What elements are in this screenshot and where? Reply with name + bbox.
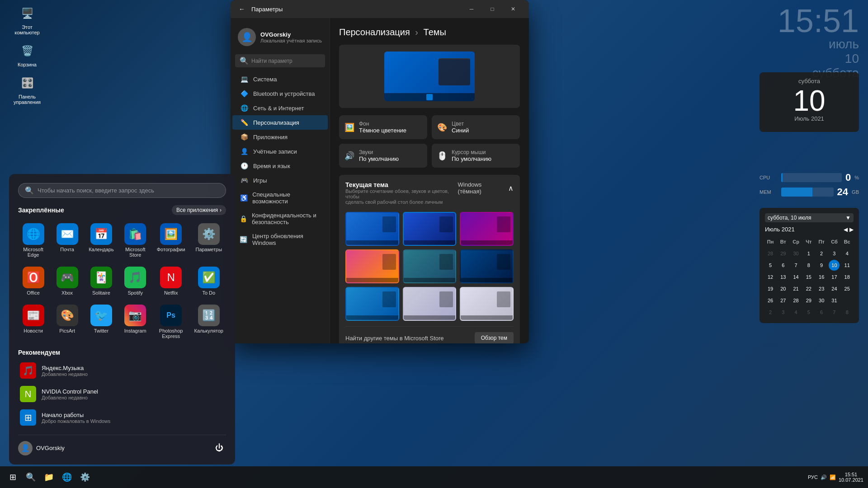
cal-day[interactable]: 14 xyxy=(791,272,802,282)
back-button[interactable]: ← xyxy=(236,4,248,14)
start-user-info[interactable]: 👤 OVGorskiy xyxy=(18,441,65,455)
cal-day[interactable]: 27 xyxy=(778,295,788,306)
cal-day[interactable] xyxy=(842,295,853,306)
browse-themes-button[interactable]: Обзор тем xyxy=(475,332,514,343)
cal-day[interactable]: 2 xyxy=(765,307,776,318)
cal-day[interactable]: 31 xyxy=(829,295,840,306)
app-solitaire[interactable]: 🃏 Solitaire xyxy=(86,264,117,298)
app-calendar[interactable]: 📅 Календарь xyxy=(86,221,117,260)
nav-item-personalization[interactable]: ✏️ Персонализация xyxy=(232,115,328,130)
cal-day[interactable]: 6 xyxy=(778,260,788,271)
minimize-button[interactable]: ─ xyxy=(461,0,482,18)
theme-thumbnail-7[interactable] xyxy=(345,287,399,321)
cal-day[interactable]: 30 xyxy=(816,295,827,306)
cal-day[interactable]: 11 xyxy=(842,260,853,271)
theme-thumbnail-1[interactable] xyxy=(345,212,399,246)
app-instagram[interactable]: 📷 Instagram xyxy=(120,302,151,342)
cal-day[interactable]: 4 xyxy=(791,307,802,318)
cal-day[interactable]: 7 xyxy=(829,307,840,318)
desktop-icon-computer[interactable]: 🖥️ Этот компьютер xyxy=(9,5,45,35)
app-office[interactable]: 🅾️ Office xyxy=(18,264,48,298)
theme-info-background[interactable]: 🖼️ Фон Тёмное цветение xyxy=(339,115,427,139)
cal-day[interactable]: 20 xyxy=(778,283,788,294)
settings-search-bar[interactable]: 🔍 xyxy=(235,54,325,67)
theme-info-color[interactable]: 🎨 Цвет Синий xyxy=(432,115,520,139)
app-calculator[interactable]: 🔢 Калькулятор xyxy=(192,302,226,342)
rec-item-nvidia[interactable]: N NVIDIA Control Panel Добавлено недавно xyxy=(18,384,226,404)
calendar-dropdown[interactable]: суббота, 10 июля ▼ xyxy=(765,213,854,222)
app-news[interactable]: 📰 Новости xyxy=(18,302,48,342)
theme-thumbnail-3[interactable] xyxy=(460,212,514,246)
cal-day[interactable]: 18 xyxy=(842,272,853,282)
cal-day[interactable]: 4 xyxy=(842,248,853,259)
cal-day[interactable]: 15 xyxy=(803,272,814,282)
nav-item-privacy[interactable]: 🔒 Конфиденциальность и безопасность xyxy=(232,208,328,229)
cal-day[interactable]: 28 xyxy=(791,295,802,306)
cal-day[interactable]: 19 xyxy=(765,283,776,294)
theme-thumbnail-2[interactable] xyxy=(403,212,457,246)
taskbar-search-button[interactable]: 🔍 xyxy=(23,469,39,485)
cal-day[interactable]: 21 xyxy=(791,283,802,294)
app-netflix[interactable]: N Netflix xyxy=(154,264,188,298)
nav-item-update[interactable]: 🔄 Центр обновления Windows xyxy=(232,229,328,250)
app-spotify[interactable]: 🎵 Spotify xyxy=(120,264,151,298)
cal-day[interactable]: 7 xyxy=(791,260,802,271)
maximize-button[interactable]: □ xyxy=(482,0,503,18)
cal-day[interactable]: 29 xyxy=(778,248,788,259)
taskbar-browser-button[interactable]: 🌐 xyxy=(59,469,75,485)
cal-day[interactable]: 1 xyxy=(803,248,814,259)
taskbar-start-button[interactable]: ⊞ xyxy=(5,469,21,485)
theme-thumbnail-8[interactable] xyxy=(403,287,457,321)
power-button[interactable]: ⏻ xyxy=(212,441,226,455)
nav-item-system[interactable]: 💻 Система xyxy=(232,72,328,86)
cal-day[interactable]: 3 xyxy=(829,248,840,259)
app-photoshop[interactable]: Ps Photoshop Express xyxy=(154,302,188,342)
app-settings[interactable]: ⚙️ Параметры xyxy=(192,221,226,260)
cal-day[interactable]: 23 xyxy=(816,283,827,294)
rec-item-yandex[interactable]: 🎵 Яндекс.Музыка Добавлено недавно xyxy=(18,361,226,380)
cal-day[interactable]: 3 xyxy=(778,307,788,318)
app-xbox[interactable]: 🎮 Xbox xyxy=(52,264,82,298)
theme-info-cursor[interactable]: 🖱️ Курсор мыши По умолчанию xyxy=(432,144,520,168)
cal-day[interactable]: 30 xyxy=(791,248,802,259)
app-edge[interactable]: 🌐 Microsoft Edge xyxy=(18,221,48,260)
cal-day[interactable]: 26 xyxy=(765,295,776,306)
nav-item-apps[interactable]: 📦 Приложения xyxy=(232,130,328,144)
settings-search-input[interactable] xyxy=(251,58,321,64)
cal-day[interactable]: 9 xyxy=(816,260,827,271)
theme-thumbnail-5[interactable] xyxy=(403,249,457,283)
cal-prev-btn[interactable]: ◀ xyxy=(844,226,848,233)
app-store[interactable]: 🛍️ Microsoft Store xyxy=(120,221,151,260)
cal-day[interactable]: 13 xyxy=(778,272,788,282)
cal-day[interactable]: 29 xyxy=(803,295,814,306)
all-apps-button[interactable]: Все приложения › xyxy=(172,205,226,215)
theme-thumbnail-9[interactable] xyxy=(460,287,514,321)
cal-day[interactable]: 5 xyxy=(803,307,814,318)
app-todo[interactable]: ✅ To Do xyxy=(192,264,226,298)
rec-item-getstarted[interactable]: ⊞ Начало работы Добро пожаловать в Windo… xyxy=(18,408,226,427)
theme-info-sounds[interactable]: 🔊 Звуки По умолчанию xyxy=(339,144,427,168)
app-photos[interactable]: 🖼️ Фотографии xyxy=(154,221,188,260)
cal-day[interactable]: 24 xyxy=(829,283,840,294)
nav-item-gaming[interactable]: 🎮 Игры xyxy=(232,173,328,188)
start-search-input[interactable] xyxy=(38,187,219,194)
theme-expand-button[interactable]: ∧ xyxy=(508,184,514,192)
cal-day[interactable]: 22 xyxy=(803,283,814,294)
app-mail[interactable]: ✉️ Почта xyxy=(52,221,82,260)
taskbar-settings-button[interactable]: ⚙️ xyxy=(77,469,93,485)
desktop-icon-trash[interactable]: 🗑️ Корзина xyxy=(9,42,45,67)
nav-item-accounts[interactable]: 👤 Учётные записи xyxy=(232,144,328,159)
taskbar-time[interactable]: 15:51 10.07.2021 xyxy=(839,472,863,483)
cal-day[interactable]: 8 xyxy=(842,307,853,318)
theme-thumbnail-6[interactable] xyxy=(460,249,514,283)
close-button[interactable]: ✕ xyxy=(503,0,524,18)
cal-day[interactable]: 16 xyxy=(816,272,827,282)
cal-day[interactable]: 5 xyxy=(765,260,776,271)
cal-next-btn[interactable]: ▶ xyxy=(849,226,854,233)
cal-day[interactable]: 12 xyxy=(765,272,776,282)
theme-thumbnail-4[interactable] xyxy=(345,249,399,283)
cal-day[interactable]: 25 xyxy=(842,283,853,294)
cal-day[interactable]: 28 xyxy=(765,248,776,259)
nav-item-time[interactable]: 🕐 Время и язык xyxy=(232,159,328,173)
cal-day[interactable]: 8 xyxy=(803,260,814,271)
